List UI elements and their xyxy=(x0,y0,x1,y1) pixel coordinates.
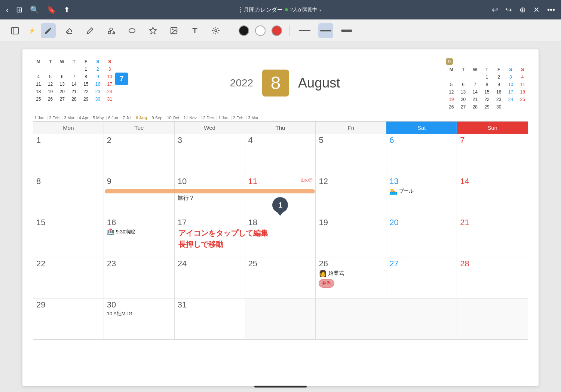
tl-dec12: 12 Dec. xyxy=(199,116,217,120)
redo-button[interactable]: ↪ xyxy=(506,5,512,14)
eraser-tool[interactable] xyxy=(62,23,77,38)
toolbar: ⚡ xyxy=(0,19,561,42)
main-content: M T W T F S S 1 2 3 4 5 6 7 8 9 xyxy=(22,49,539,386)
tl-mar3: 3 Mar. xyxy=(62,116,77,120)
cell-aug5[interactable]: 5 xyxy=(316,134,386,175)
month-name: August xyxy=(298,75,340,91)
cell-aug13[interactable]: 13 🏊 プール xyxy=(386,175,457,216)
cell-aug28[interactable]: 28 xyxy=(457,257,528,298)
mini-header-s1: S xyxy=(92,58,104,65)
cell-empty2 xyxy=(316,298,386,340)
cell-aug25[interactable]: 25 xyxy=(245,257,316,298)
bookmark-icon[interactable]: 🔖 xyxy=(47,5,56,14)
svg-marker-6 xyxy=(150,27,156,33)
line-thin-button[interactable] xyxy=(297,23,312,38)
swim-event: 🏊 プール xyxy=(389,187,454,195)
nav-left: ‹ ⊞ 🔍 🔖 ⬆ xyxy=(6,5,70,14)
back-button[interactable]: ‹ xyxy=(6,6,9,14)
divider xyxy=(231,25,231,36)
cell-aug6[interactable]: 6 xyxy=(386,134,457,175)
cell-aug12[interactable]: 12 xyxy=(316,175,386,216)
today-indicator: 7 xyxy=(115,73,128,85)
bubble-container: 1 xyxy=(272,197,288,213)
svg-rect-0 xyxy=(12,27,18,34)
color-black[interactable] xyxy=(239,25,249,36)
nav-center: 月間カレンダー 2人が閲覧中 › xyxy=(240,6,321,13)
pen-tool[interactable] xyxy=(41,23,56,38)
bento-badge: 弁当 xyxy=(319,279,334,288)
cell-aug24[interactable]: 24 xyxy=(175,257,245,298)
color-white[interactable] xyxy=(255,25,266,36)
cell-aug17[interactable]: 17 アイコンをタップして編集 長押しで移動 xyxy=(175,216,245,257)
svg-point-9 xyxy=(215,30,217,32)
cell-aug11[interactable]: 11 山の日 1 xyxy=(245,175,316,216)
cell-aug27[interactable]: 27 xyxy=(386,257,457,298)
week-5: 29 30 10 A社MTG 31 xyxy=(33,298,528,340)
cell-aug19[interactable]: 19 xyxy=(316,216,386,257)
sep-header: 9 xyxy=(446,58,528,65)
cell-aug7[interactable]: 7 xyxy=(457,134,528,175)
effects-tool[interactable] xyxy=(208,23,223,38)
line-medium-button[interactable] xyxy=(318,23,333,38)
close-button[interactable]: ✕ xyxy=(533,5,540,14)
bento-event: 弁当 xyxy=(319,279,383,288)
year-display: 2022 xyxy=(230,77,253,89)
today-7-badge: 7 xyxy=(115,73,128,85)
cell-aug3[interactable]: 3 xyxy=(175,134,245,175)
svg-point-2 xyxy=(110,28,112,30)
nav-bar: ‹ ⊞ 🔍 🔖 ⬆ 月間カレンダー 2人が閲覧中 › ↩ ↪ ⊕ ✕ ••• xyxy=(0,0,561,19)
cell-aug8[interactable]: 8 xyxy=(33,175,104,216)
tl-feb2: 2 Feb. xyxy=(47,116,62,120)
hospital-time: 9:30病院 xyxy=(116,229,135,235)
tl-jan1b: 1 Jan. xyxy=(217,116,232,120)
week-3: 15 16 🏥 9:30病院 17 アイコンをタップして編集 長押しで移動 18 xyxy=(33,216,528,257)
cell-aug22[interactable]: 22 xyxy=(33,257,104,298)
cell-aug21[interactable]: 21 xyxy=(457,216,528,257)
highlighter-tool[interactable] xyxy=(83,23,98,38)
cell-aug16[interactable]: 16 🏥 9:30病院 xyxy=(104,216,175,257)
color-red[interactable] xyxy=(272,25,282,36)
col-mon: Mon xyxy=(33,122,104,134)
holiday-name: 山の日 xyxy=(301,177,313,183)
dropdown-chevron[interactable]: › xyxy=(319,7,321,13)
cell-aug9[interactable]: 9 xyxy=(104,175,175,216)
grid-icon[interactable]: ⊞ xyxy=(16,5,22,14)
viewers-count: 2人が閲覧中 xyxy=(290,6,317,13)
graduation-event: 👩 始業式 xyxy=(319,269,383,278)
share-icon[interactable]: ⬆ xyxy=(64,5,70,14)
col-sun: Sun xyxy=(457,122,528,134)
star-tool[interactable] xyxy=(145,23,160,38)
image-tool[interactable] xyxy=(166,23,181,38)
cell-aug2[interactable]: 2 xyxy=(104,134,175,175)
cell-aug31[interactable]: 31 xyxy=(175,298,245,340)
svg-rect-3 xyxy=(108,31,111,33)
cell-aug20[interactable]: 20 xyxy=(386,216,457,257)
sidebar-tool[interactable] xyxy=(7,23,22,38)
cell-aug30[interactable]: 30 10 A社MTG xyxy=(104,298,175,340)
mtg-event: 10 A社MTG xyxy=(107,310,171,317)
cell-aug26[interactable]: 26 👩 始業式 弁当 xyxy=(316,257,386,298)
undo-button[interactable]: ↩ xyxy=(492,5,498,14)
sep-badge: 9 xyxy=(446,58,453,65)
line-thick-button[interactable] xyxy=(339,23,354,38)
cell-aug4[interactable]: 4 xyxy=(245,134,316,175)
cell-empty4 xyxy=(457,298,528,340)
cell-aug1[interactable]: 1 xyxy=(33,134,104,175)
swim-emoji: 🏊 xyxy=(389,187,398,195)
cell-aug18[interactable]: 18 xyxy=(245,216,316,257)
text-tool[interactable] xyxy=(187,23,202,38)
timeline-bar: 1 Jan. 2 Feb. 3 Mar. 4 Apr. 5 May. 6 Jun… xyxy=(33,115,528,121)
cell-aug15[interactable]: 15 xyxy=(33,216,104,257)
cell-aug10[interactable]: 10 旅行？ xyxy=(175,175,245,216)
add-page-button[interactable]: ⊕ xyxy=(519,5,526,14)
search-icon[interactable]: 🔍 xyxy=(30,5,39,14)
more-button[interactable]: ••• xyxy=(547,6,555,14)
cell-aug29[interactable]: 29 xyxy=(33,298,104,340)
cell-aug23[interactable]: 23 xyxy=(104,257,175,298)
mini-calendars-row: M T W T F S S 1 2 3 4 5 6 7 8 9 xyxy=(33,58,528,110)
calendar-grid: Mon Tue Wed Thu Fri Sat Sun 1 2 3 4 5 xyxy=(33,121,528,340)
cell-aug14[interactable]: 14 xyxy=(457,175,528,216)
lasso-tool[interactable] xyxy=(125,23,140,38)
tl-feb2b: 2 Feb. xyxy=(232,116,246,120)
shapes-tool[interactable] xyxy=(104,23,119,38)
